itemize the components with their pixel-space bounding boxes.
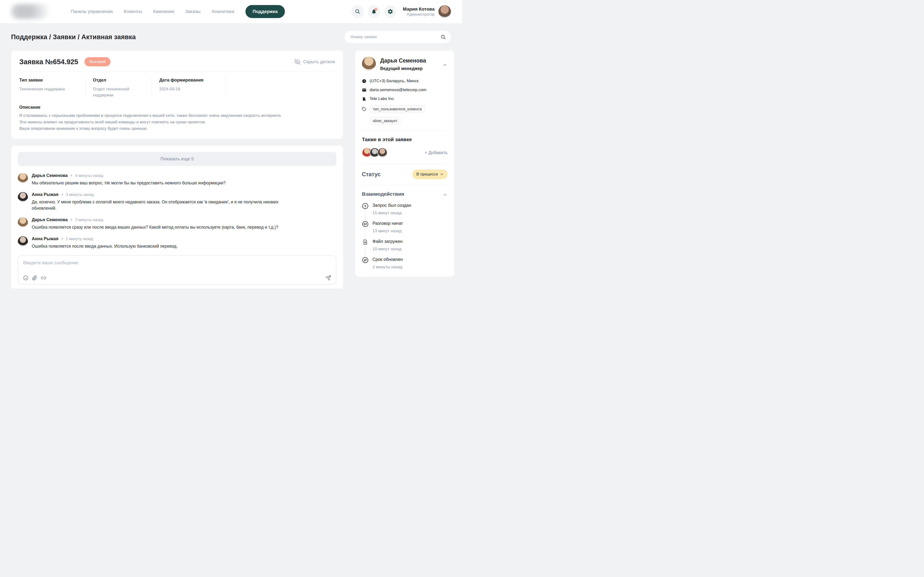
participants-row: + Добавить [362, 148, 447, 158]
emoji-button[interactable] [23, 275, 28, 280]
current-user-info: Мария Котова Администратор [403, 6, 435, 17]
link-icon [41, 275, 46, 280]
notification-dot [375, 8, 377, 11]
event-time: 10 минут назад [373, 247, 447, 251]
agent-company-row: Tele Labs Inc. [362, 97, 447, 101]
chat-circle-icon [362, 221, 368, 227]
search-icon [355, 9, 360, 15]
event-label: Разговор начат [373, 221, 447, 226]
interactions-title: Взаимодействия [362, 191, 404, 197]
chevron-up-icon [442, 62, 447, 68]
send-button[interactable] [325, 275, 331, 281]
field-value: Отдел технической поддержки [93, 86, 143, 98]
nav-item-dashboard[interactable]: Панель управления [71, 9, 113, 14]
collapse-agent-button[interactable] [442, 57, 447, 71]
search-icon[interactable] [440, 34, 446, 40]
header-search-button[interactable] [351, 5, 364, 18]
left-column: Заявка №654.925 Высокий Скрыть детали Ти… [11, 50, 343, 288]
agent-email-row: daria.semenova@telecorp.com [362, 87, 447, 92]
ticket-title: Заявка №654.925 [19, 58, 78, 66]
chat-card: Показать еще 5 Дарья Семенова 4 минуты н… [11, 146, 343, 288]
settings-button[interactable] [384, 5, 397, 18]
message-author: Анна Рыжая [32, 192, 58, 197]
app-logo [11, 4, 50, 19]
message-text: Ошибка появляется сразу или после ввода … [32, 224, 278, 230]
agent-avatar [362, 57, 376, 71]
message-head: Дарья Семенова 2 минуты назад [32, 218, 278, 222]
tag-icon [362, 107, 367, 111]
agent-tags-row-2: silver_аккаунт [362, 117, 447, 125]
top-bar: Панель управления Клиенты Кампании Заказ… [0, 0, 462, 23]
current-user-avatar[interactable] [438, 5, 451, 18]
field-created-date: Дата формирования 2024-03-16 [152, 77, 226, 98]
message-author: Анна Рыжая [32, 236, 58, 242]
chat-message: Дарья Семенова 4 минуты назад Мы обязате… [18, 173, 336, 186]
field-label: Отдел [93, 77, 143, 83]
message-head: Дарья Семенова 4 минуты назад [32, 173, 226, 178]
agent-contacts: (UTC+3) Беларусь, Минск daria.semenova@t… [362, 79, 447, 125]
eye-off-icon [294, 59, 300, 64]
field-value: 2024-03-16 [159, 86, 217, 92]
message-avatar [18, 192, 28, 202]
nav-item-support[interactable]: Поддержка [246, 5, 285, 18]
sidebar-divider [362, 131, 447, 131]
page-head: Поддержка / Заявки / Активная заявка [11, 31, 451, 43]
link-button[interactable] [41, 275, 46, 280]
event-label: Запрос был создан [373, 203, 447, 208]
timeline-event: Разговор начат 13 минут назад [362, 221, 447, 234]
sidebar-divider [362, 163, 447, 164]
message-text: Ошибка появляется после ввода данных. Ис… [32, 243, 178, 249]
hide-details-button[interactable]: Скрыть детали [294, 59, 335, 64]
status-dropdown[interactable]: В процессе [412, 169, 447, 179]
show-more-button[interactable]: Показать еще 5 [18, 152, 336, 166]
chevron-down-icon [440, 172, 444, 176]
file-download-icon [362, 239, 368, 245]
event-time: 13 минут назад [373, 229, 447, 234]
building-icon [362, 97, 367, 101]
message-head: Анна Рыжая 3 минуты назад [32, 192, 283, 197]
agent-name: Дарья Семенова [380, 57, 426, 64]
ticket-sidebar: Дарья Семенова Ведущий менеджер (UTC+3) … [355, 50, 454, 277]
participant-avatar[interactable] [377, 148, 388, 158]
description-line: Я сталкиваюсь с серьезными проблемами в … [19, 112, 335, 119]
description-line: Эти нюансы влияют на продуктивность всей… [19, 119, 335, 125]
status-section: Статус В процессе [362, 169, 447, 179]
message-body: Дарья Семенова 2 минуты назад Ошибка поя… [32, 218, 278, 230]
collapse-interactions-button[interactable] [443, 191, 447, 197]
ticket-description: Описание Я сталкиваюсь с серьезными проб… [19, 105, 335, 132]
nav-item-orders[interactable]: Заказы [185, 9, 201, 14]
tag-pill[interactable]: silver_аккаунт [370, 117, 401, 125]
field-label: Тип заявки [19, 77, 77, 83]
message-head: Анна Рыжая 1 минуту назад [32, 236, 178, 242]
ticket-search-input[interactable] [344, 31, 451, 43]
notifications-button[interactable] [368, 5, 380, 18]
message-time: 4 минуты назад [75, 174, 103, 178]
interactions-head: Взаимодействия [362, 191, 447, 197]
dot-separator [61, 238, 63, 240]
message-text: Мы обязательно решим ваш вопрос. Не могл… [32, 180, 226, 186]
dot-separator [71, 219, 72, 221]
attach-button[interactable] [32, 275, 37, 280]
description-label: Описание [19, 105, 335, 110]
add-participant-button[interactable]: + Добавить [425, 150, 447, 155]
nav-item-campaigns[interactable]: Кампании [153, 9, 174, 14]
event-label: Срок обновлен [373, 257, 447, 262]
main-nav: Панель управления Клиенты Кампании Заказ… [71, 5, 285, 18]
refresh-circle-icon [362, 257, 368, 263]
message-input[interactable] [23, 260, 331, 274]
composer-toolbar [23, 275, 331, 281]
dot-separator [61, 194, 63, 195]
agent-email: daria.semenova@telecorp.com [370, 87, 426, 92]
main-layout: Заявка №654.925 Высокий Скрыть детали Ти… [11, 50, 451, 288]
status-value: В процессе [416, 172, 438, 177]
ticket-fields: Тип заявки Техническая поддержка Отдел О… [19, 77, 335, 98]
event-label: Файл загружен [373, 239, 447, 244]
message-avatar [18, 173, 28, 183]
agent-timezone-row: (UTC+3) Беларусь, Минск [362, 79, 447, 84]
nav-item-analytics[interactable]: Аналитика [212, 9, 234, 14]
tag-pill[interactable]: тип_пользователя_клиента [370, 105, 425, 113]
event-time: 15 минут назад [373, 211, 447, 215]
hide-details-label: Скрыть детали [303, 59, 335, 64]
nav-item-clients[interactable]: Клиенты [124, 9, 142, 14]
sidebar-divider [362, 185, 447, 185]
